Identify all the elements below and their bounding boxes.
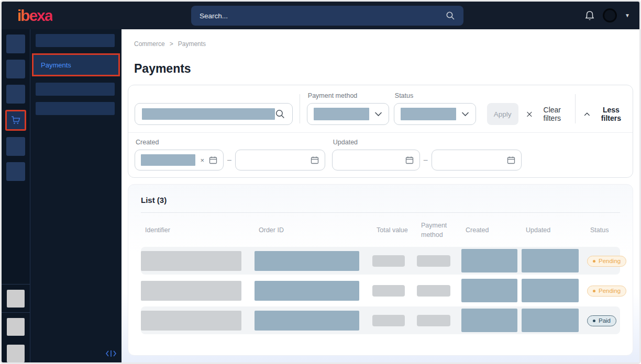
calendar-icon[interactable] (405, 156, 414, 164)
rail-nav-item-5[interactable] (6, 137, 25, 156)
sidebar-item-3[interactable] (36, 83, 115, 96)
rail-divider (2, 284, 30, 285)
rail-nav-item-2[interactable] (6, 60, 25, 78)
search-icon (275, 109, 285, 119)
column-header-status: Status (586, 226, 620, 235)
table-row[interactable]: Pending (141, 277, 620, 304)
total-value-skeleton (372, 255, 405, 267)
updated-skeleton (522, 249, 579, 272)
main-content: Commerce > Payments Payments Payme (121, 29, 639, 362)
order-id-skeleton (255, 281, 359, 301)
total-value-skeleton (372, 285, 405, 297)
chevron-up-icon (584, 112, 590, 117)
column-header-identifier: Identifier (141, 226, 255, 235)
divider (575, 94, 576, 123)
ibexa-logo: ibexa (17, 7, 52, 25)
rail-divider (2, 312, 30, 313)
breadcrumb-commerce[interactable]: Commerce (134, 40, 165, 48)
topbar-actions: ▼ (584, 8, 630, 22)
created-label: Created (136, 139, 224, 146)
payments-list-panel: List (3) Identifier Order ID Total value… (128, 184, 633, 356)
payment-method-skeleton (417, 255, 450, 267)
status-badge: Pending (587, 256, 626, 267)
identifier-skeleton (141, 281, 241, 301)
rail-nav-item-6[interactable] (6, 162, 25, 181)
updated-label: Updated (333, 139, 420, 146)
rail-bottom-item-3[interactable] (7, 345, 25, 362)
status-dot-icon (593, 260, 595, 263)
column-header-updated: Updated (522, 226, 586, 235)
less-filters-label: Less filters (596, 106, 626, 122)
chevron-down-icon (374, 111, 382, 117)
calendar-icon[interactable] (209, 156, 217, 164)
date-range-separator: – (424, 155, 428, 164)
breadcrumb-payments: Payments (178, 40, 206, 48)
status-badge: Pending (587, 286, 626, 297)
order-id-skeleton (255, 311, 359, 331)
app-window: ibexa Search... ▼ (0, 0, 641, 364)
global-search-placeholder: Search... (200, 12, 228, 20)
updated-to-input[interactable] (432, 150, 522, 170)
search-icon (446, 11, 455, 20)
global-search-input[interactable]: Search... (191, 6, 463, 26)
total-value-skeleton (372, 315, 405, 326)
close-icon (526, 110, 533, 118)
payment-method-skeleton (417, 315, 450, 326)
rail-nav-item-1[interactable] (6, 35, 25, 53)
page-title: Payments (134, 62, 627, 76)
user-menu-caret-icon[interactable]: ▼ (625, 13, 630, 18)
cart-icon (10, 115, 21, 126)
table-row[interactable]: Paid (141, 306, 620, 334)
breadcrumb-separator: > (170, 40, 173, 48)
calendar-icon[interactable] (311, 156, 319, 164)
created-skeleton (461, 249, 517, 272)
clear-filters-button[interactable]: Clear filters (526, 103, 567, 125)
created-from-input[interactable]: × (135, 150, 224, 170)
sidebar-item-4[interactable] (36, 102, 115, 115)
rail-bottom-item-2[interactable] (7, 318, 25, 336)
sidebar-collapse-icon[interactable] (105, 349, 117, 360)
status-label: Status (395, 92, 476, 99)
created-skeleton (461, 279, 517, 302)
clear-filters-label: Clear filters (537, 106, 567, 122)
bell-icon[interactable] (584, 10, 595, 21)
rail-bottom-item-1[interactable] (7, 290, 25, 308)
secondary-sidebar: Payments (30, 29, 121, 362)
calendar-icon[interactable] (507, 156, 515, 164)
identifier-skeleton (141, 251, 241, 271)
less-filters-button[interactable]: Less filters (584, 103, 626, 125)
sidebar-item-1[interactable] (36, 34, 115, 47)
status-value-skeleton (401, 108, 456, 120)
updated-skeleton (522, 309, 579, 332)
column-header-order-id: Order ID (255, 226, 372, 235)
status-dot-icon (593, 320, 595, 322)
order-id-skeleton (255, 251, 359, 271)
created-to-input[interactable] (235, 150, 325, 170)
filter-search-input[interactable] (135, 103, 293, 125)
created-skeleton (461, 309, 517, 332)
payment-method-select[interactable] (307, 103, 389, 125)
rail-nav-item-3[interactable] (6, 85, 25, 104)
chevron-down-icon (461, 111, 469, 117)
payment-method-skeleton (417, 285, 450, 297)
divider (300, 94, 300, 123)
date-range-separator: – (227, 155, 231, 164)
status-badge: Paid (587, 315, 616, 326)
user-avatar[interactable] (603, 8, 617, 22)
payment-method-value-skeleton (314, 108, 369, 120)
payment-method-label: Payment method (308, 92, 389, 99)
status-dot-icon (593, 290, 595, 292)
top-bar: ibexa Search... ▼ (2, 2, 639, 29)
sidebar-item-payments[interactable]: Payments (32, 53, 120, 76)
icon-rail (2, 29, 30, 362)
table-row[interactable]: Pending (141, 247, 620, 275)
rail-nav-item-commerce[interactable] (5, 110, 26, 131)
table-header-row: Identifier Order ID Total value Payment … (141, 213, 620, 247)
updated-from-input[interactable] (332, 150, 420, 170)
search-value-skeleton (142, 108, 275, 120)
created-from-value-skeleton (141, 154, 195, 166)
clear-date-icon[interactable]: × (200, 157, 204, 164)
apply-button[interactable]: Apply (487, 103, 518, 125)
status-select[interactable] (394, 103, 476, 125)
column-header-payment-method: Payment method (417, 221, 461, 240)
